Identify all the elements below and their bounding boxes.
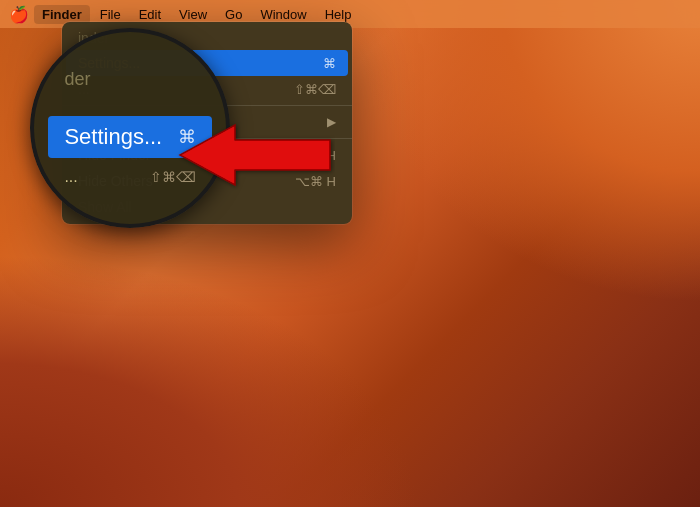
magnifier-below-label: ...: [64, 168, 77, 186]
menubar-item-edit[interactable]: Edit: [131, 5, 169, 24]
menubar-item-finder[interactable]: Finder: [34, 5, 90, 24]
red-arrow: [175, 115, 335, 195]
apple-menu-icon[interactable]: 🍎: [8, 3, 30, 25]
menubar-item-go[interactable]: Go: [217, 5, 250, 24]
menubar-item-window[interactable]: Window: [252, 5, 314, 24]
desktop: 🍎 Finder File Edit View Go Window Help: [0, 0, 700, 507]
magnifier-settings-label: Settings...: [64, 124, 162, 150]
settings-shortcut: ⌘: [323, 56, 336, 71]
menubar-item-help[interactable]: Help: [317, 5, 360, 24]
menubar-item-view[interactable]: View: [171, 5, 215, 24]
svg-marker-0: [180, 125, 330, 185]
magnifier-about-partial: der: [64, 69, 90, 90]
menubar-items: Finder File Edit View Go Window Help: [34, 5, 359, 24]
menubar-item-file[interactable]: File: [92, 5, 129, 24]
